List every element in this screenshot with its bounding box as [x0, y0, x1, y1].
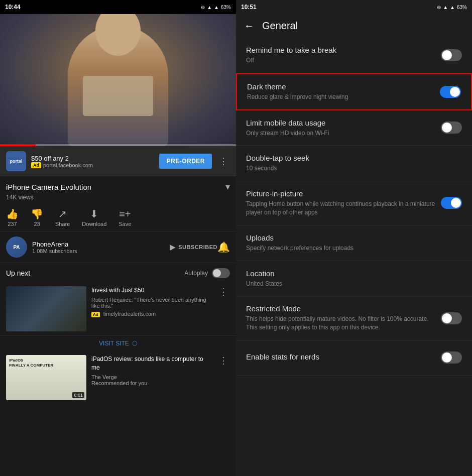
visit-site-label: VISIT SITE — [99, 340, 129, 347]
view-count: 14K views — [6, 194, 230, 201]
setting-title-uploads: Uploads — [246, 233, 462, 242]
dislike-count: 23 — [34, 221, 40, 227]
ad-portal-icon: portal — [6, 151, 26, 171]
setting-pip[interactable]: Picture-in-picture Tapping Home button w… — [236, 181, 472, 225]
video-card-ipad: iPadOSFINALLY A COMPUTER 8:01 iPadOS rev… — [0, 351, 236, 404]
like-count: 237 — [8, 221, 17, 227]
card-channel-ipad: The Verge — [91, 374, 117, 380]
card-ad-text: Robert Herjavec: "There's never been any… — [91, 297, 206, 309]
setting-title-restricted: Restricted Mode — [246, 304, 441, 313]
status-bar-left: 10:44 ⊖ ▲ ▲ 63% — [0, 0, 236, 14]
setting-uploads[interactable]: Uploads Specify network preferences for … — [236, 225, 472, 261]
settings-header: ← General — [236, 14, 472, 38]
setting-text-remind: Remind me to take a break Off — [246, 46, 441, 65]
more-options-icon[interactable]: ⋮ — [217, 156, 230, 167]
channel-avatar: PA — [6, 236, 27, 258]
right-status-icons: ⊖ ▲ ▲ 63% — [437, 5, 467, 10]
download-label: Download — [82, 221, 106, 227]
card-meta-invest: Invest with Just $50 Robert Herjavec: "T… — [91, 286, 212, 331]
remind-break-toggle[interactable] — [441, 49, 462, 61]
setting-dark-theme[interactable]: Dark theme Reduce glare & improve night … — [236, 73, 472, 110]
autoplay-label: Autoplay — [184, 270, 208, 277]
up-next-label: Up next — [6, 269, 30, 277]
ad-price: $50 off any 2 — [31, 155, 154, 162]
progress-bar — [0, 144, 236, 146]
card-meta-ipad: iPadOS review: sounds like a computer to… — [91, 355, 212, 400]
ad-url: portal.facebook.com — [43, 162, 93, 168]
setting-limit-data[interactable]: Limit mobile data usage Only stream HD v… — [236, 110, 472, 146]
restricted-toggle[interactable] — [441, 312, 462, 324]
status-bar-right: 10:51 ⊖ ▲ ▲ 63% — [236, 0, 472, 14]
download-button[interactable]: ⬇ Download — [82, 208, 106, 227]
setting-remind-break[interactable]: Remind me to take a break Off — [236, 38, 472, 73]
progress-fill — [0, 144, 36, 146]
preorder-button[interactable]: PRE-ORDER — [159, 154, 212, 169]
setting-subtitle-pip: Tapping Home button while watching conti… — [246, 200, 441, 217]
setting-title-pip: Picture-in-picture — [246, 189, 441, 198]
subscribed-label: SUBSCRIBED — [178, 244, 217, 250]
back-button[interactable]: ← — [244, 20, 254, 32]
chevron-down-icon[interactable]: ▾ — [225, 181, 230, 192]
card-more-icon-2[interactable]: ⋮ — [217, 355, 230, 366]
setting-restricted[interactable]: Restricted Mode This helps hide potentia… — [236, 296, 472, 340]
setting-text-stats: Enable stats for nerds — [246, 352, 441, 363]
right-signal-bars-icon: ▲ — [450, 5, 455, 10]
setting-text-dark: Dark theme Reduce glare & improve night … — [247, 82, 440, 101]
ad-badge: Ad — [31, 162, 41, 168]
share-button[interactable]: ↗ Share — [55, 208, 70, 227]
video-thumbnail[interactable] — [0, 14, 236, 146]
left-panel: 10:44 ⊖ ▲ ▲ 63% portal $50 off any 2 — [0, 0, 236, 476]
right-time: 10:51 — [241, 4, 257, 11]
setting-title-limit: Limit mobile data usage — [246, 118, 441, 127]
autoplay-row: Autoplay — [184, 268, 230, 278]
settings-title: General — [262, 20, 298, 32]
wifi-icon: ▲ — [207, 5, 212, 10]
save-button[interactable]: ≡+ Save — [119, 208, 131, 227]
dislike-button[interactable]: 👎 23 — [31, 208, 43, 227]
setting-title-stats: Enable stats for nerds — [246, 352, 441, 361]
channel-bar: PA PhoneArena 1.08M subscribers ▶ SUBSCR… — [0, 231, 236, 263]
stats-toggle[interactable] — [441, 351, 462, 364]
visit-site-button[interactable]: VISIT SITE ⬡ — [0, 335, 236, 351]
pip-toggle[interactable] — [441, 197, 462, 209]
channel-name: PhoneArena — [32, 241, 170, 248]
limit-data-toggle[interactable] — [441, 122, 462, 134]
video-card-invest: Invest with Just $50 Robert Herjavec: "T… — [0, 282, 236, 335]
left-status-icons: ⊖ ▲ ▲ 63% — [201, 5, 231, 10]
video-thumb-ipad: iPadOSFINALLY A COMPUTER 8:01 — [6, 355, 86, 400]
save-icon: ≡+ — [119, 208, 131, 220]
thumbs-up-icon: 👍 — [6, 208, 19, 220]
setting-subtitle-restricted: This helps hide potentially mature video… — [246, 315, 441, 332]
setting-stats[interactable]: Enable stats for nerds — [236, 340, 472, 376]
thumbs-down-icon: 👎 — [31, 208, 43, 220]
right-signal-icon: ⊖ — [437, 5, 441, 10]
signal-icon: ⊖ — [201, 5, 205, 10]
left-time: 10:44 — [5, 4, 21, 11]
setting-text-location: Location United States — [246, 269, 462, 288]
setting-subtitle-dark: Reduce glare & improve night viewing — [247, 93, 440, 101]
video-person-bg — [0, 14, 236, 146]
dark-theme-toggle[interactable] — [440, 86, 461, 98]
setting-subtitle-location: United States — [246, 280, 462, 288]
bell-icon[interactable]: 🔔 — [217, 241, 230, 253]
setting-title-remind: Remind me to take a break — [246, 46, 441, 54]
setting-text-doubletap: Double-tap to seek 10 seconds — [246, 154, 462, 173]
setting-subtitle-doubletap: 10 seconds — [246, 164, 462, 173]
card-ad-url-row: Ad timelytradealerts.com — [91, 311, 212, 317]
video-duration: 8:01 — [72, 392, 84, 398]
setting-subtitle-uploads: Specify network preferences for uploads — [246, 244, 462, 253]
card-more-icon[interactable]: ⋮ — [217, 286, 230, 297]
ad-bar: portal $50 off any 2 Ad portal.facebook.… — [0, 146, 236, 176]
video-title: iPhone Camera Evolution — [6, 183, 91, 191]
action-bar: 👍 237 👎 23 ↗ Share ⬇ Download ≡+ Save — [0, 204, 236, 231]
save-label: Save — [119, 221, 131, 227]
card-source-ipad: The Verge — [91, 374, 212, 380]
card-source-invest: Robert Herjavec: "There's never been any… — [91, 297, 212, 309]
setting-text-uploads: Uploads Specify network preferences for … — [246, 233, 462, 253]
autoplay-toggle[interactable] — [212, 268, 230, 278]
setting-text-pip: Picture-in-picture Tapping Home button w… — [246, 189, 441, 217]
subscribed-button[interactable]: ▶ SUBSCRIBED — [170, 243, 217, 251]
setting-double-tap[interactable]: Double-tap to seek 10 seconds — [236, 146, 472, 181]
like-button[interactable]: 👍 237 — [6, 208, 19, 227]
setting-location[interactable]: Location United States — [236, 261, 472, 297]
